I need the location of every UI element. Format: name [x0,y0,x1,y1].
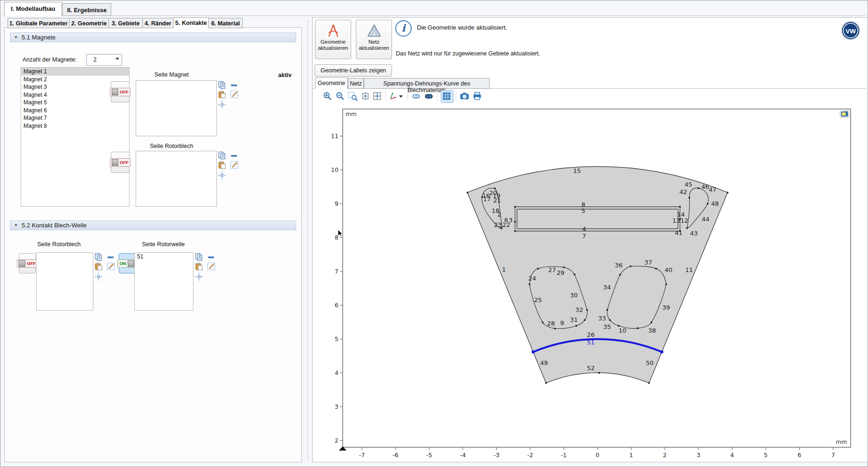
zoom-box-icon[interactable] [348,91,358,101]
zoom-to-selection-icon[interactable] [218,101,226,109]
zoom-to-selection-icon[interactable] [218,171,226,179]
anzahl-magnete-value: 2 [93,56,97,63]
magnet-list-item[interactable]: Magnet 8 [21,122,129,130]
tab-ergebnisse[interactable]: II. Ergebnisse [62,3,111,16]
clear-selection-icon[interactable] [207,262,215,271]
sub-tab-1-globale-parameter[interactable]: 1. Globale Parameter [8,18,69,28]
remove-icon[interactable] [230,152,238,160]
paste-icon[interactable] [195,262,203,271]
y-tick-label: 2 [335,437,338,444]
x-tick-label: -4 [460,451,466,459]
rotorwelle-item-51[interactable]: 51 [135,253,193,261]
view-tab-spannungs-dehnungs-kurve[interactable]: Spannungs-Dehnungs-Kurve des Blechmateri… [364,78,490,89]
netz-aktualisieren-button[interactable]: Netz aktualisieren [356,20,392,59]
edge-label-48: 48 [711,200,719,207]
edge-label-35: 35 [603,323,611,330]
copy-icon[interactable] [218,151,226,160]
x-tick-label: -3 [493,451,499,459]
section-5-2-header[interactable]: ▼5.2 Kontakt Blech-Welle [10,220,296,230]
info-icon-glyph: i [402,22,406,34]
remove-icon[interactable] [107,253,115,262]
remove-icon[interactable] [207,253,215,262]
clear-selection-icon[interactable] [230,90,238,99]
paste-icon[interactable] [218,161,226,169]
clear-selection-icon[interactable] [230,161,238,169]
kontakt-rotorblech-box[interactable] [36,252,93,311]
geometry-plot[interactable]: 1234567891011121314151617181920212223242… [325,105,857,460]
kontakt-rotorblech-toggle[interactable]: OFF [19,253,36,273]
sub-tab-5-kontakte[interactable]: 5. Kontakte [173,17,209,28]
magnet-list-item[interactable]: Magnet 6 [21,107,129,115]
sub-tab-4-ränder[interactable]: 4. Ränder [142,18,174,28]
camera-snapshot-icon[interactable] [460,91,469,101]
zoom-selected-icon[interactable] [361,91,370,101]
vertex-marker [515,230,516,232]
copy-icon[interactable] [94,253,103,261]
zoom-to-selection-icon[interactable] [195,272,203,281]
panel-splitter[interactable] [307,19,308,461]
edge-label-49: 49 [540,359,548,366]
seite-rotorblech-toggle[interactable]: OFF [111,152,130,173]
paste-icon[interactable] [218,90,226,99]
y-tick-label: 4 [335,369,338,376]
vertex-marker [576,325,577,327]
zoom-extents-icon[interactable] [372,91,382,101]
edge-label-51: 51 [587,339,595,346]
scene-light-icon[interactable] [411,91,421,101]
magnet-list-item[interactable]: Magnet 1 [21,68,129,76]
tab-modellaufbau[interactable]: I. Modellaufbau [4,2,62,16]
sub-tab-2-geometrie[interactable]: 2. Geometrie [69,18,109,28]
vertex-marker [609,319,611,321]
copy-icon[interactable] [195,253,203,261]
toolbar-separator [407,91,408,101]
x-tick-label: 1 [630,451,633,459]
magnet-list-item[interactable]: Magnet 7 [21,114,129,122]
copy-icon[interactable] [218,81,226,89]
edge-label-52: 52 [587,365,595,372]
x-tick-label: -5 [426,451,432,459]
app-window: I. Modellaufbau II. Ergebnisse 1. Global… [0,0,868,467]
grid-toggle-icon[interactable] [442,91,452,101]
y-tick-label: 7 [335,268,338,275]
vertex-marker [666,283,667,285]
remove-icon[interactable] [230,81,238,90]
vertex-marker [515,221,516,222]
vertex-marker [584,319,585,321]
view-tab-netz[interactable]: Netz [348,78,364,89]
zoom-to-selection-icon[interactable] [94,272,103,281]
kontakt-rotorwelle-box[interactable]: 51 [134,252,193,311]
edge-label-31: 31 [570,316,578,323]
vertex-marker [607,309,608,311]
edge-label-50: 50 [646,359,654,366]
zoom-out-icon[interactable] [335,91,345,101]
x-tick-label: 3 [697,451,700,459]
toggle-off-label: OFF [120,160,129,165]
toggle-off-pill: OFF [17,259,38,268]
scene-dark-icon[interactable] [424,91,434,101]
axes-orientation-icon[interactable] [388,91,398,101]
edge-label-47: 47 [709,186,717,193]
clear-selection-icon[interactable] [107,262,115,271]
anzahl-magnete-label: Anzahl der Magnete: [23,56,77,63]
sub-tab-6-material[interactable]: 6. Material [208,18,243,28]
kontakt-rotorwelle-toggle[interactable]: ON [119,253,135,273]
sub-tab-3-gebiete[interactable]: 3. Gebiete [108,18,143,28]
anzahl-magnete-select[interactable]: 2 [86,54,122,66]
mesh-note-message: Das Netz wird nur für zugewiesene Gebiet… [396,50,540,57]
zoom-in-icon[interactable] [323,91,332,101]
seite-magnet-box[interactable] [136,80,217,136]
seite-rotorblech-box[interactable] [136,151,217,207]
mouse-cursor [338,230,343,237]
print-icon[interactable] [472,91,482,101]
plot-settings-icon[interactable] [839,110,849,117]
kontakt-rotorblech-title: Seite Rotorblech [30,241,88,248]
section-5-1-header[interactable]: ▼5.1 Magnete [10,32,296,42]
geometrie-labels-zeigen-button[interactable]: Geometrie-Labels zeigen [315,64,392,77]
seite-magnet-title: Seite Magnet [131,71,212,78]
paste-icon[interactable] [94,262,103,271]
toggle-off-label: OFF [120,89,129,94]
view-tab-geometrie[interactable]: Geometrie [315,78,348,89]
axes-dropdown-caret-icon[interactable] [399,94,403,99]
geometrie-aktualisieren-button[interactable]: Geometrie aktualisieren [315,20,351,59]
seite-magnet-toggle[interactable]: OFF [111,81,130,102]
